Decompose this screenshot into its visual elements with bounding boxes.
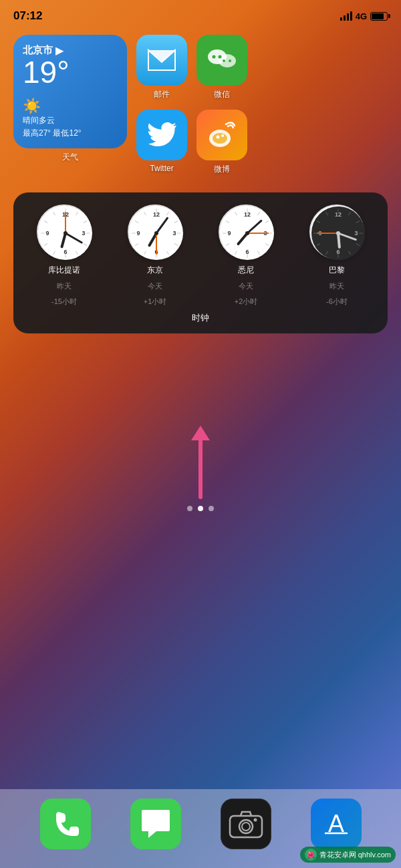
clock-face-cupertino: 12 3 6 9	[37, 204, 92, 259]
weather-wrapper: 北京市 ▶ 19° ☀️ 晴间多云 最高27° 最低12° 天气	[13, 35, 127, 163]
svg-text:3: 3	[172, 230, 176, 237]
wechat-icon	[196, 35, 247, 86]
svg-text:9: 9	[227, 230, 231, 237]
wechat-label: 微信	[214, 89, 230, 100]
svg-text:6: 6	[63, 249, 67, 255]
clock-city-paris: 巴黎	[329, 265, 345, 276]
phone-icon	[40, 799, 91, 849]
sun-icon: ☀️	[23, 98, 41, 115]
clock-face-sydney: 12 3 6 9	[219, 204, 273, 259]
apps-2x2: 邮件 微信	[136, 35, 247, 175]
svg-point-109	[253, 819, 257, 822]
svg-point-9	[217, 136, 220, 139]
battery-icon	[370, 12, 388, 21]
svg-text:12: 12	[244, 211, 251, 218]
page-dots	[0, 506, 401, 511]
weather-sun-row: ☀️	[23, 98, 118, 115]
appstore-icon: A	[311, 799, 362, 849]
clock-offset-cupertino: -15小时	[51, 297, 77, 307]
clock-grid: 12 3 6 9 库比提诺 昨天 -15小时	[21, 204, 380, 307]
weather-widget[interactable]: 北京市 ▶ 19° ☀️ 晴间多云 最高27° 最低12°	[13, 35, 127, 148]
arrow-head	[191, 426, 210, 440]
app-wechat[interactable]: 微信	[196, 35, 247, 100]
row1: 北京市 ▶ 19° ☀️ 晴间多云 最高27° 最低12° 天气	[13, 35, 388, 175]
clock-city-tokyo: 东京	[147, 265, 163, 276]
watermark-logo: 🌺	[305, 849, 317, 861]
svg-text:12: 12	[153, 211, 160, 218]
svg-point-3	[213, 55, 216, 59]
svg-point-6	[229, 59, 231, 62]
dock-messages[interactable]	[130, 799, 181, 849]
clock-widget[interactable]: 12 3 6 9 库比提诺 昨天 -15小时	[13, 192, 388, 333]
svg-text:3: 3	[82, 230, 85, 237]
svg-point-31	[63, 231, 68, 235]
messages-icon	[130, 799, 181, 849]
clock-paris: 12 3 6 9 巴黎 昨天 -6小时	[294, 204, 380, 307]
svg-point-52	[154, 231, 158, 235]
clock-day-cupertino: 昨天	[57, 281, 72, 291]
svg-line-92	[338, 233, 340, 247]
svg-point-4	[219, 55, 222, 59]
dock-camera[interactable]	[221, 799, 271, 849]
svg-point-95	[336, 231, 340, 235]
clock-offset-paris: -6小时	[326, 297, 348, 307]
signal-icon	[340, 11, 352, 21]
dock-phone[interactable]	[40, 799, 91, 849]
svg-text:9: 9	[45, 230, 49, 237]
watermark: 🌺 青花安卓网 qhhlv.com	[300, 847, 396, 863]
apps-grid: 北京市 ▶ 19° ☀️ 晴间多云 最高27° 最低12° 天气	[0, 28, 401, 192]
weather-desc: 晴间多云	[23, 115, 118, 126]
status-bar: 07:12 4G	[0, 0, 401, 28]
app-mail[interactable]: 邮件	[136, 35, 187, 100]
svg-text:3: 3	[354, 230, 358, 237]
mail-icon	[136, 35, 187, 86]
clock-city-sydney: 悉尼	[238, 265, 254, 276]
status-icons: 4G	[340, 11, 388, 21]
svg-text:12: 12	[335, 211, 342, 218]
mail-label: 邮件	[154, 89, 170, 100]
weibo-label: 微博	[214, 164, 230, 175]
svg-point-8	[213, 133, 227, 144]
clock-tokyo: 12 3 6 9 东京 今天 +1小时	[112, 204, 198, 307]
clock-day-sydney: 今天	[239, 281, 253, 291]
page-dot-2	[209, 506, 214, 511]
app-twitter[interactable]: Twitter	[136, 110, 187, 175]
svg-point-108	[242, 823, 250, 831]
clock-face-paris: 12 3 6 9	[309, 204, 364, 259]
gesture-arrow	[0, 426, 401, 506]
clock-day-tokyo: 今天	[148, 281, 162, 291]
clock-sydney: 12 3 6 9 悉尼 今天 +2小时	[203, 204, 289, 307]
twitter-icon	[136, 110, 187, 160]
svg-point-5	[223, 59, 225, 62]
clock-offset-tokyo: +1小时	[144, 297, 167, 307]
clock-offset-sydney: +2小时	[235, 297, 258, 307]
weibo-icon	[196, 110, 247, 160]
clock-widget-label: 时钟	[21, 312, 380, 324]
clock-face-tokyo: 12 3 6 9	[128, 204, 182, 259]
twitter-label: Twitter	[150, 164, 173, 173]
watermark-text: 青花安卓网 qhhlv.com	[319, 850, 391, 860]
app-weibo[interactable]: 微博	[196, 110, 247, 175]
page-dot-0	[187, 506, 192, 511]
svg-text:6: 6	[245, 249, 249, 255]
clock-city-cupertino: 库比提诺	[48, 265, 80, 276]
svg-text:9: 9	[136, 230, 140, 237]
clock-day-paris: 昨天	[329, 281, 344, 291]
weather-temp: 19°	[23, 57, 118, 88]
weather-label: 天气	[13, 152, 127, 163]
carrier-label: 4G	[356, 11, 367, 21]
arrow-up-indicator	[191, 426, 210, 506]
page-dot-1	[198, 506, 203, 511]
clock-cupertino: 12 3 6 9 库比提诺 昨天 -15小时	[21, 204, 107, 307]
svg-point-73	[245, 231, 249, 235]
dock-appstore[interactable]: A	[311, 799, 362, 849]
weather-range: 最高27° 最低12°	[23, 128, 118, 139]
svg-text:6: 6	[336, 249, 340, 255]
camera-icon	[221, 799, 271, 849]
svg-point-10	[221, 134, 224, 137]
arrow-shaft	[198, 439, 203, 499]
status-time: 07:12	[13, 9, 42, 23]
